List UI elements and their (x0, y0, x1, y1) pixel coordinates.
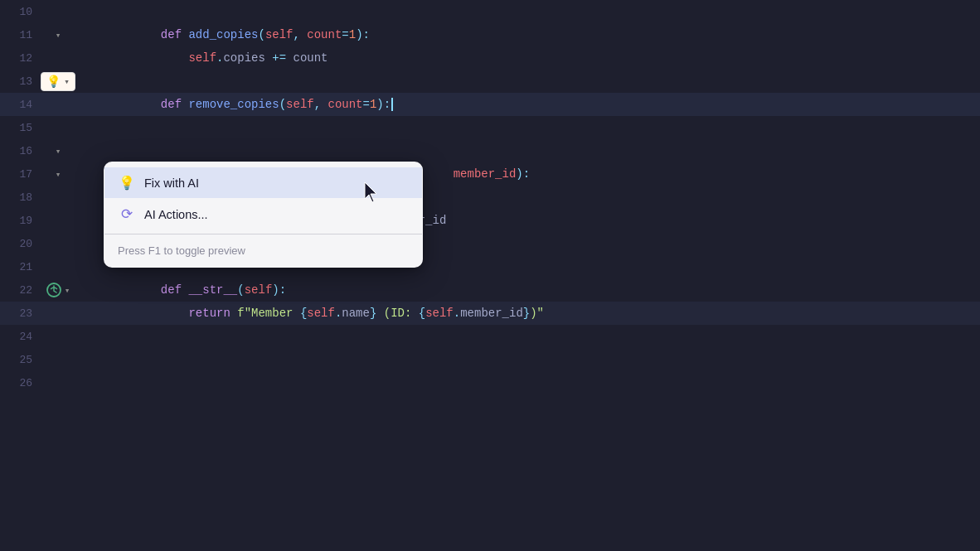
dropdown-item-ai-actions[interactable]: ⟳ AI Actions... (104, 198, 422, 230)
code-editor: 10 11 ▾ def add_copies(self, count=1): 1… (0, 0, 980, 551)
dropdown-arrow-icon: ▾ (64, 76, 70, 87)
line-number-21: 21 (0, 261, 46, 273)
gutter-22: ▾ (46, 283, 70, 297)
line-number-11: 11 (0, 29, 46, 41)
code-line-23: 23 return f"Member {self.name} (ID: {sel… (0, 302, 980, 325)
line-number-13: 13 (0, 75, 46, 88)
gutter-13: 💡 ▾ (46, 72, 70, 91)
line-number-24: 24 (0, 331, 46, 343)
dropdown-divider (104, 234, 422, 234)
line-number-12: 12 (0, 52, 46, 65)
line-number-17: 17 (0, 168, 46, 181)
line-number-23: 23 (0, 307, 46, 320)
line-number-15: 15 (0, 122, 46, 134)
ai-actions-icon: ⟳ (118, 205, 136, 223)
fold-arrow-17[interactable]: ▾ (56, 169, 61, 180)
circle-badge-22[interactable] (46, 283, 61, 297)
gutter-17: ▾ (46, 169, 70, 180)
lightbulb-red-icon: 💡 (46, 75, 61, 89)
line-number-19: 19 (0, 215, 46, 227)
line-number-22: 22 (0, 284, 46, 297)
dropdown-hint: Press F1 to toggle preview (104, 238, 422, 262)
fold-arrow-22[interactable]: ▾ (65, 285, 70, 296)
ai-actions-label: AI Actions... (144, 208, 208, 221)
lightbulb-icon: 💡 (118, 175, 136, 191)
code-line-26: 26 (0, 371, 980, 394)
line-number-10: 10 (0, 6, 46, 18)
line-number-26: 26 (0, 377, 46, 389)
code-line-12: 12 self.copies += count (0, 46, 980, 70)
context-dropdown: 💡 Fix with AI ⟳ AI Actions... Press F1 t… (104, 162, 423, 268)
line-number-25: 25 (0, 354, 46, 366)
line-number-20: 20 (0, 238, 46, 250)
dropdown-item-fix-with-ai[interactable]: 💡 Fix with AI (104, 167, 422, 198)
fold-arrow-16[interactable]: ▾ (56, 146, 61, 157)
code-lines: 10 11 ▾ def add_copies(self, count=1): 1… (0, 0, 980, 551)
fold-arrow-11[interactable]: ▾ (56, 30, 61, 41)
fix-with-ai-label: Fix with AI (144, 176, 199, 190)
line-number-16: 16 (0, 145, 46, 157)
gutter-16: ▾ (46, 146, 70, 157)
code-line-25: 25 (0, 348, 980, 371)
code-line-24: 24 (0, 325, 980, 348)
line-number-18: 18 (0, 191, 46, 204)
line-number-14: 14 (0, 99, 46, 111)
code-line-14: 14 def remove_copies(self, count=1): (0, 93, 980, 116)
gutter-11: ▾ (46, 30, 70, 41)
code-line-15: 15 (0, 116, 980, 139)
